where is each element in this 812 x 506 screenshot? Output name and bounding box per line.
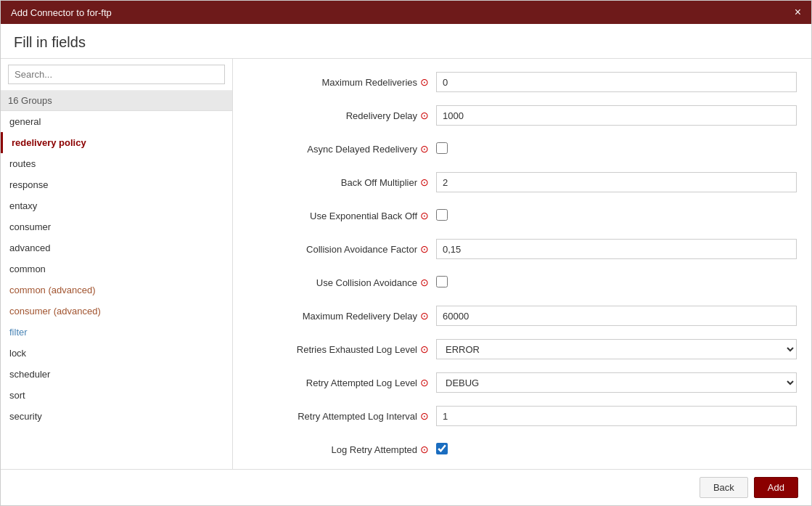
form-row-back-off-multiplier: Back Off Multiplier ⊙ (247, 171, 797, 194)
control-log-retry-attempted (436, 443, 797, 457)
input-redelivery-delay[interactable] (436, 105, 797, 126)
modal-container: Add Connector to for-ftp × Fill in field… (0, 0, 812, 506)
control-use-collision-avoidance (436, 276, 797, 290)
label-redelivery-delay: Redelivery Delay ⊙ (247, 110, 436, 121)
help-icon-max-redeliveries[interactable]: ⊙ (420, 76, 429, 88)
modal-footer: Back Add (1, 469, 811, 505)
label-retry-attempted-log-interval: Retry Attempted Log Interval ⊙ (247, 410, 436, 422)
checkbox-async-delayed-redelivery[interactable] (436, 142, 448, 154)
label-max-redelivery-delay: Maximum Redelivery Delay ⊙ (247, 310, 436, 322)
page-title: Fill in fields (14, 34, 798, 51)
select-retries-exhausted-log-level[interactable]: ERROR WARN INFO DEBUG TRACE OFF (436, 339, 797, 359)
sidebar-item-response[interactable]: response (1, 174, 232, 195)
form-row-max-redelivery-delay: Maximum Redelivery Delay ⊙ (247, 304, 797, 327)
help-icon-log-retry-attempted[interactable]: ⊙ (420, 444, 429, 455)
control-retry-attempted-log-interval (436, 406, 797, 426)
help-icon-async-delayed-redelivery[interactable]: ⊙ (420, 143, 429, 155)
help-icon-redelivery-delay[interactable]: ⊙ (420, 110, 429, 121)
control-max-redeliveries (436, 72, 797, 92)
label-async-delayed-redelivery: Async Delayed Redelivery ⊙ (247, 143, 436, 155)
search-input[interactable] (8, 65, 225, 84)
form-row-retry-attempted-log-interval: Retry Attempted Log Interval ⊙ (247, 404, 797, 428)
sidebar-item-security[interactable]: security (1, 406, 232, 427)
label-use-exponential-back-off: Use Exponential Back Off ⊙ (247, 210, 436, 221)
control-retry-attempted-log-level: DEBUG ERROR WARN INFO TRACE OFF (436, 372, 797, 393)
control-use-exponential-back-off (436, 209, 797, 223)
input-max-redelivery-delay[interactable] (436, 306, 797, 326)
input-collision-avoidance-factor[interactable] (436, 239, 797, 259)
control-redelivery-delay (436, 105, 797, 126)
sidebar-item-consumer-advanced[interactable]: consumer (advanced) (1, 301, 232, 322)
modal-title-area: Fill in fields (1, 24, 811, 59)
add-button[interactable]: Add (754, 477, 798, 498)
sidebar-wrapper: general redelivery policy routes respons… (1, 111, 232, 469)
label-collision-avoidance-factor: Collision Avoidance Factor ⊙ (247, 243, 436, 255)
label-retry-attempted-log-level: Retry Attempted Log Level ⊙ (247, 377, 436, 388)
modal-header: Add Connector to for-ftp × (1, 1, 811, 24)
label-log-retry-attempted: Log Retry Attempted ⊙ (247, 444, 436, 455)
form-row-collision-avoidance-factor: Collision Avoidance Factor ⊙ (247, 237, 797, 261)
label-max-redeliveries: Maximum Redeliveries ⊙ (247, 76, 436, 88)
input-max-redeliveries[interactable] (436, 72, 797, 92)
control-max-redelivery-delay (436, 306, 797, 326)
checkbox-use-exponential-back-off[interactable] (436, 209, 448, 221)
sidebar-item-lock[interactable]: lock (1, 343, 232, 364)
sidebar-item-entaxy[interactable]: entaxy (1, 195, 232, 216)
sidebar-item-advanced[interactable]: advanced (1, 237, 232, 258)
help-icon-retry-attempted-log-interval[interactable]: ⊙ (420, 410, 429, 422)
form-row-use-exponential-back-off: Use Exponential Back Off ⊙ (247, 204, 797, 227)
sidebar-item-common-advanced[interactable]: common (advanced) (1, 279, 232, 301)
help-icon-retries-exhausted-log-level[interactable]: ⊙ (420, 343, 429, 355)
help-icon-use-collision-avoidance[interactable]: ⊙ (420, 277, 429, 288)
modal-header-title: Add Connector to for-ftp (11, 7, 112, 18)
modal-body: 16 Groups general redelivery policy rout… (1, 59, 811, 469)
content-area: Maximum Redeliveries ⊙ Redelivery Delay … (233, 59, 811, 469)
close-button[interactable]: × (795, 7, 801, 18)
back-button[interactable]: Back (700, 477, 748, 498)
form-row-async-delayed-redelivery: Async Delayed Redelivery ⊙ (247, 137, 797, 160)
help-icon-back-off-multiplier[interactable]: ⊙ (420, 176, 429, 188)
sidebar-item-consumer[interactable]: consumer (1, 216, 232, 237)
sidebar-item-routes[interactable]: routes (1, 153, 232, 174)
form-row-redelivery-delay: Redelivery Delay ⊙ (247, 104, 797, 127)
groups-header: 16 Groups (1, 91, 232, 111)
label-back-off-multiplier: Back Off Multiplier ⊙ (247, 176, 436, 188)
sidebar-item-common[interactable]: common (1, 258, 232, 279)
sidebar-item-redelivery-policy[interactable]: redelivery policy (1, 132, 232, 153)
checkbox-log-retry-attempted[interactable] (436, 443, 448, 454)
sidebar-item-scheduler[interactable]: scheduler (1, 364, 232, 385)
sidebar-item-sort[interactable]: sort (1, 385, 232, 406)
help-icon-retry-attempted-log-level[interactable]: ⊙ (420, 377, 429, 388)
help-icon-use-exponential-back-off[interactable]: ⊙ (420, 210, 429, 221)
help-icon-collision-avoidance-factor[interactable]: ⊙ (420, 243, 429, 255)
control-retries-exhausted-log-level: ERROR WARN INFO DEBUG TRACE OFF (436, 339, 797, 359)
help-icon-max-redelivery-delay[interactable]: ⊙ (420, 310, 429, 322)
control-async-delayed-redelivery (436, 142, 797, 156)
search-area (1, 59, 232, 91)
sidebar-list: general redelivery policy routes respons… (1, 111, 232, 469)
form-row-retry-attempted-log-level: Retry Attempted Log Level ⊙ DEBUG ERROR … (247, 371, 797, 394)
form-row-log-retry-attempted: Log Retry Attempted ⊙ (247, 438, 797, 461)
control-back-off-multiplier (436, 172, 797, 192)
form-row-max-redeliveries: Maximum Redeliveries ⊙ (247, 70, 797, 94)
sidebar-item-filter[interactable]: filter (1, 322, 232, 343)
label-retries-exhausted-log-level: Retries Exhausted Log Level ⊙ (247, 343, 436, 355)
sidebar: 16 Groups general redelivery policy rout… (1, 59, 233, 469)
select-retry-attempted-log-level[interactable]: DEBUG ERROR WARN INFO TRACE OFF (436, 372, 797, 393)
sidebar-item-general[interactable]: general (1, 111, 232, 132)
input-retry-attempted-log-interval[interactable] (436, 406, 797, 426)
control-collision-avoidance-factor (436, 239, 797, 259)
input-back-off-multiplier[interactable] (436, 172, 797, 192)
form-row-retries-exhausted-log-level: Retries Exhausted Log Level ⊙ ERROR WARN… (247, 338, 797, 361)
label-use-collision-avoidance: Use Collision Avoidance ⊙ (247, 277, 436, 288)
form-row-use-collision-avoidance: Use Collision Avoidance ⊙ (247, 271, 797, 294)
checkbox-use-collision-avoidance[interactable] (436, 276, 448, 287)
